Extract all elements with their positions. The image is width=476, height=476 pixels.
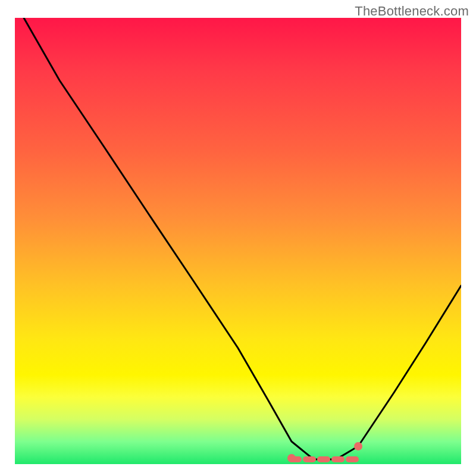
optimal-range-end-dot xyxy=(354,442,362,450)
optimal-range-start-dot xyxy=(287,454,296,462)
bottleneck-curve-path xyxy=(24,18,461,459)
watermark-text: TheBottleneck.com xyxy=(355,4,469,19)
curve-layer xyxy=(15,18,461,464)
plot-frame xyxy=(15,18,461,464)
bottleneck-chart: TheBottleneck.com xyxy=(0,0,476,476)
